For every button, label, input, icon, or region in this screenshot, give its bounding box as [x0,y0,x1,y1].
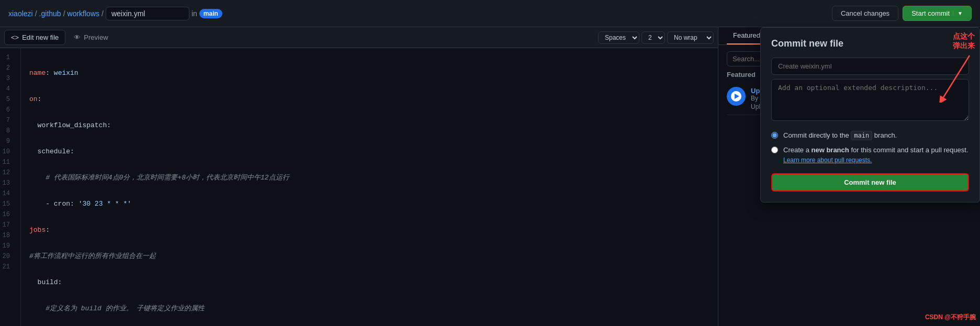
code-content[interactable]: name: weixin on: workflow_dispatch: sche… [21,48,718,326]
code-line-10: #定义名为 build 的作业。 子键将定义作业的属性 [29,303,709,314]
line-num-9: 9 [0,136,14,147]
csdn-watermark: CSDN @不狩手腕 [925,313,976,322]
new-branch-bold: new branch [812,146,849,154]
line-num-7: 7 [0,115,14,126]
code-line-6: - cron: '30 23 * * *' [29,199,709,209]
line-num-20: 20 [0,251,14,262]
breadcrumb-sep3: / [102,9,104,18]
line-num-1: 1 [0,52,14,63]
code-editor[interactable]: 1 2 3 4 5 6 7 8 9 10 11 12 13 14 15 16 1… [0,48,718,326]
code-line-3: workflow_dispatch: [29,120,709,131]
line-num-10: 10 [0,147,14,157]
line-num-18: 18 [0,230,14,241]
play-icon [735,94,739,99]
editor-panel: <> Edit new file 👁 Preview Spaces Tabs 2… [0,27,718,326]
action-icon-upload [727,87,746,106]
code-line-9: build: [29,277,709,288]
line-num-14: 14 [0,188,14,199]
action-icon-inner [731,91,741,102]
edit-tab-label: Edit new file [22,33,59,41]
new-branch-suffix: for this commit and start a pull request… [851,146,968,154]
line-num-16: 16 [0,209,14,220]
line-num-2: 2 [0,63,14,73]
commit-option-new-branch: Create a new branch for this commit and … [771,145,969,165]
commit-option-direct: Commit directly to the main branch. [771,131,969,140]
indent-select-wrap: Spaces Tabs 2 4 No wrap Soft wrap [598,31,714,44]
breadcrumb: xiaolezi / .github / workflows / in main [8,7,828,20]
line-num-19: 19 [0,241,14,251]
line-num-3: 3 [0,73,14,84]
line-num-21: 21 [0,262,14,272]
line-num-12: 12 [0,167,14,178]
line-num-11: 11 [0,157,14,167]
commit-caret-icon: ▼ [953,10,963,16]
line-num-5: 5 [0,94,14,105]
commit-branch-code: main [851,131,872,140]
file-name-input[interactable] [106,7,189,20]
start-commit-label: Start commit [911,9,950,17]
indent-size-select[interactable]: 2 4 [641,31,665,44]
line-num-17: 17 [0,220,14,230]
breadcrumb-sep2: / [63,9,65,18]
in-label: in [192,9,197,18]
create-new-branch-prefix: Create a [783,146,809,154]
top-bar: xiaolezi / .github / workflows / in main… [0,0,980,27]
branch-badge: main [199,9,222,18]
indent-type-select[interactable]: Spaces Tabs [598,31,639,44]
eye-icon: 👁 [74,33,81,41]
commit-description-textarea[interactable] [771,79,969,121]
line-num-13: 13 [0,178,14,188]
tab-preview[interactable]: 👁 Preview [67,30,114,44]
cancel-changes-button[interactable]: Cancel changes [832,6,898,21]
commit-branch-suffix: branch. [874,131,897,139]
code-line-8: #将工作流程中运行的所有作业组合在一起 [29,251,709,262]
line-numbers: 1 2 3 4 5 6 7 8 9 10 11 12 13 14 15 16 1… [0,48,21,326]
commit-panel: Commit new file Commit directly to the m… [760,27,980,203]
commit-directly-label: Commit directly to the [783,131,849,139]
code-line-4: schedule: [29,147,709,157]
commit-option-new-branch-radio[interactable] [771,147,778,153]
breadcrumb-folder[interactable]: workflows [67,9,99,18]
commit-option-direct-radio[interactable] [771,132,778,139]
commit-options: Commit directly to the main branch. Crea… [771,131,969,165]
preview-tab-label: Preview [84,33,108,41]
commit-new-file-button[interactable]: Commit new file [771,173,969,192]
wrap-select[interactable]: No wrap Soft wrap [667,31,714,44]
commit-panel-title: Commit new file [771,38,969,49]
breadcrumb-user[interactable]: xiaolezi [8,9,33,18]
learn-more-link: Learn more about pull requests. [783,156,968,165]
pull-requests-link[interactable]: Learn more about pull requests. [783,156,872,164]
line-num-8: 8 [0,126,14,136]
line-num-15: 15 [0,199,14,209]
edit-icon: <> [11,33,19,41]
editor-toolbar: <> Edit new file 👁 Preview Spaces Tabs 2… [0,27,718,48]
line-num-4: 4 [0,84,14,94]
breadcrumb-sep1: / [35,9,37,18]
top-bar-actions: Cancel changes Start commit ▼ [832,6,972,21]
commit-option-direct-text: Commit directly to the main branch. [783,131,897,140]
commit-message-input[interactable] [771,58,969,75]
code-line-1: name: weixin [29,68,709,78]
code-line-7: jobs: [29,225,709,235]
code-line-5: # 代表国际标准时间4点0分，北京时间需要+8小时，代表北京时间中午12点运行 [29,173,709,183]
start-commit-button[interactable]: Start commit ▼ [903,6,972,21]
commit-option-new-branch-text: Create a new branch for this commit and … [783,145,968,165]
code-line-2: on: [29,94,709,105]
tab-edit[interactable]: <> Edit new file [4,30,65,45]
line-num-6: 6 [0,105,14,115]
breadcrumb-repo[interactable]: .github [39,9,61,18]
